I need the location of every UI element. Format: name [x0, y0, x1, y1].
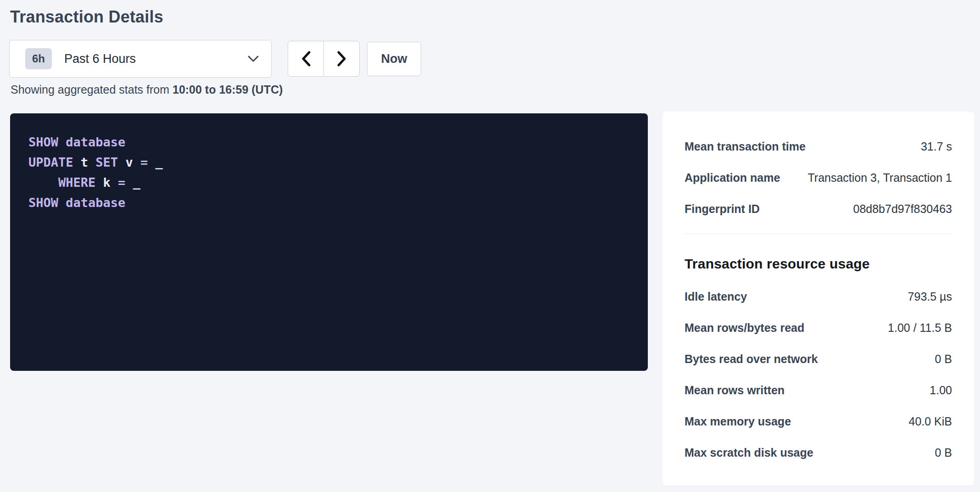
chevron-left-icon	[301, 51, 311, 67]
resource-stat-label: Mean rows/bytes read	[685, 321, 804, 335]
resource-stat-label: Mean rows written	[685, 384, 785, 397]
resource-stat-label: Max scratch disk usage	[685, 446, 813, 459]
summary-stat-label: Mean transaction time	[685, 140, 806, 153]
summary-stat-label: Fingerprint ID	[685, 202, 760, 216]
summary-stat-row: Application nameTransaction 3, Transacti…	[685, 171, 952, 183]
panel-divider	[685, 234, 952, 234]
page-title: Transaction Details	[10, 7, 163, 27]
sql-identifier	[28, 175, 58, 190]
sql-statement-box: SHOW database UPDATE t SET v = _ WHERE k…	[10, 113, 648, 371]
summary-stat-value: Transaction 3, Transaction 1	[807, 171, 952, 184]
summary-stat-row: Fingerprint ID08d8b7d97f830463	[685, 202, 952, 214]
time-nav-group	[288, 41, 360, 77]
summary-stat-value: 08d8b7d97f830463	[853, 202, 952, 216]
sql-identifier: _	[133, 175, 140, 190]
resource-stat-row: Max scratch disk usage0 B	[685, 446, 952, 458]
transaction-details-panel: Mean transaction time31.7 sApplication n…	[663, 112, 974, 486]
summary-section: Mean transaction time31.7 sApplication n…	[685, 140, 952, 214]
caption-time-range: 10:00 to 16:59 (UTC)	[173, 83, 283, 96]
sql-code: SHOW database UPDATE t SET v = _ WHERE k…	[28, 132, 629, 213]
sql-identifier: _	[155, 155, 162, 169]
sql-identifier	[88, 155, 95, 169]
resource-stat-row: Mean rows written1.00	[685, 384, 952, 396]
sql-keyword: database	[66, 196, 125, 210]
resource-stat-value: 1.00 / 11.5 B	[888, 321, 952, 335]
resource-stat-value: 0 B	[935, 352, 952, 366]
resource-stat-value: 40.0 KiB	[908, 415, 952, 428]
now-button[interactable]: Now	[367, 42, 421, 76]
next-interval-button[interactable]	[323, 41, 360, 77]
resource-stat-label: Bytes read over network	[685, 352, 818, 366]
sql-identifier	[118, 155, 125, 169]
resource-stat-label: Idle latency	[685, 290, 747, 303]
time-range-label: Past 6 Hours	[64, 52, 136, 66]
time-range-selector[interactable]: 6h Past 6 Hours	[9, 40, 272, 78]
aggregated-stats-caption: Showing aggregated stats from 10:00 to 1…	[11, 83, 283, 96]
sql-identifier	[58, 135, 66, 149]
summary-stat-row: Mean transaction time31.7 s	[685, 140, 952, 152]
resource-stat-row: Bytes read over network0 B	[685, 352, 952, 364]
resource-stat-row: Idle latency793.5 µs	[685, 290, 952, 302]
resource-stat-value: 793.5 µs	[908, 290, 952, 303]
sql-identifier	[133, 155, 140, 169]
resource-stat-value: 1.00	[930, 384, 952, 397]
sql-keyword: WHERE	[58, 175, 95, 190]
sql-identifier	[58, 196, 66, 210]
sql-keyword: SET	[95, 155, 118, 169]
time-range-badge: 6h	[25, 48, 52, 69]
sql-identifier	[148, 155, 155, 169]
sql-identifier	[125, 175, 133, 190]
sql-identifier: k	[103, 175, 111, 190]
previous-interval-button[interactable]	[288, 41, 324, 77]
sql-keyword: UPDATE	[28, 155, 73, 169]
sql-identifier	[95, 175, 103, 190]
sql-identifier	[73, 155, 81, 169]
sql-identifier: v	[125, 155, 133, 169]
transaction-details-page: Transaction Details 6h Past 6 Hours	[0, 0, 980, 492]
sql-identifier: t	[81, 155, 88, 169]
sql-keyword: SHOW	[28, 196, 58, 210]
sql-keyword: =	[118, 175, 125, 190]
caption-prefix: Showing aggregated stats from	[11, 83, 173, 96]
sql-identifier	[111, 175, 118, 190]
summary-stat-label: Application name	[685, 171, 780, 184]
chevron-right-icon	[337, 51, 347, 67]
sql-keyword: =	[140, 155, 148, 169]
sql-keyword: SHOW	[28, 135, 58, 149]
sql-keyword: database	[66, 135, 125, 149]
chevron-down-icon	[247, 55, 259, 62]
summary-stat-value: 31.7 s	[921, 140, 952, 153]
resource-stat-value: 0 B	[935, 446, 952, 459]
resource-stat-label: Max memory usage	[685, 415, 791, 428]
resource-stat-row: Mean rows/bytes read1.00 / 11.5 B	[685, 321, 952, 333]
resource-stat-row: Max memory usage40.0 KiB	[685, 415, 952, 427]
resource-usage-heading: Transaction resource usage	[685, 256, 952, 272]
resource-usage-section: Idle latency793.5 µsMean rows/bytes read…	[685, 290, 952, 458]
